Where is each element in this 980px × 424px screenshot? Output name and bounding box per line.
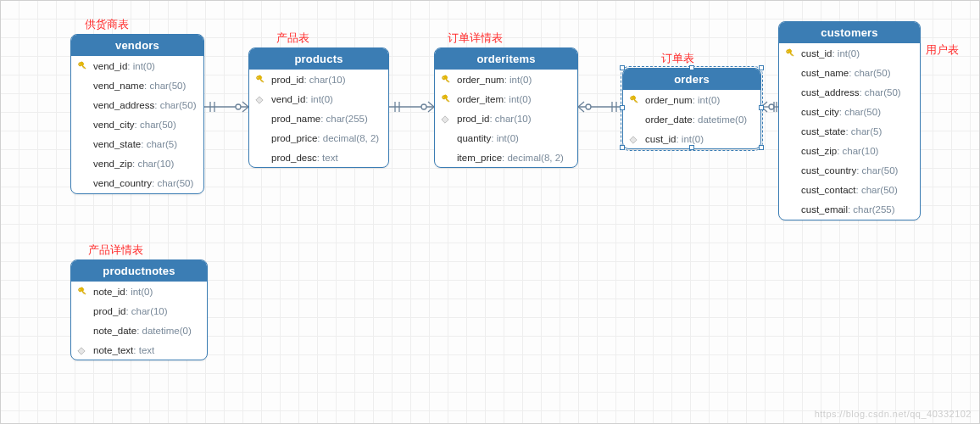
table-header: orderitems	[435, 48, 577, 70]
er-canvas[interactable]: 供货商表 产品表 订单详情表 订单表 用户表 产品详情表 vendors ven…	[0, 0, 980, 424]
column-type: char(255)	[320, 114, 368, 124]
column-type: char(50)	[859, 87, 900, 98]
diamond-icon	[629, 134, 639, 144]
resize-handle-e[interactable]	[759, 105, 764, 110]
column-row[interactable]: prod_namechar(255)	[249, 109, 388, 128]
column-name: cust_email	[801, 204, 848, 215]
column-row[interactable]: vend_addresschar(50)	[71, 95, 203, 114]
resize-handle-ne[interactable]	[759, 65, 764, 70]
column-row[interactable]: order_itemint(0)	[435, 89, 577, 109]
resize-handle-nw[interactable]	[620, 65, 625, 70]
column-name: order_num	[645, 95, 693, 105]
column-name: prod_price	[271, 133, 317, 143]
column-name: vend_id	[93, 61, 127, 71]
table-productnotes[interactable]: productnotes note_idint(0)prod_idchar(10…	[70, 259, 208, 360]
resize-handle-s[interactable]	[689, 145, 694, 150]
column-type: char(10)	[132, 159, 174, 169]
annotation-customers: 用户表	[926, 42, 959, 58]
table-header: customers	[779, 22, 920, 43]
column-row[interactable]: cust_addresschar(50)	[779, 82, 920, 102]
column-name: note_date	[93, 326, 136, 336]
column-type: datetime(0)	[136, 326, 192, 336]
table-header: products	[249, 48, 388, 70]
column-row[interactable]: item_pricedecimal(8, 2)	[435, 148, 577, 167]
column-type: char(50)	[144, 81, 186, 91]
column-row[interactable]: quantityint(0)	[435, 128, 577, 148]
column-row[interactable]: prod_idchar(10)	[249, 70, 388, 89]
column-name: order_num	[457, 75, 504, 85]
table-products[interactable]: products prod_idchar(10)vend_idint(0)pro…	[248, 47, 389, 168]
column-name: order_date	[645, 114, 693, 125]
column-row[interactable]: vend_countrychar(50)	[71, 174, 203, 193]
key-icon	[441, 94, 451, 104]
column-name: item_price	[457, 153, 502, 163]
column-row[interactable]: prod_idchar(10)	[71, 301, 207, 321]
table-orders[interactable]: orders order_numint(0)order_datedatetime…	[622, 68, 761, 149]
column-name: cust_country	[801, 165, 856, 176]
column-row[interactable]: vend_citychar(50)	[71, 114, 203, 134]
column-type: int(0)	[693, 95, 721, 105]
table-header: vendors	[71, 35, 203, 56]
column-type: char(50)	[849, 68, 890, 78]
table-body: order_numint(0)order_itemint(0)prod_idch…	[435, 70, 577, 167]
column-name: vend_state	[93, 139, 141, 149]
column-row[interactable]: note_idint(0)	[71, 282, 207, 301]
column-row[interactable]: prod_pricedecimal(8, 2)	[249, 128, 388, 148]
column-row[interactable]: note_texttext	[71, 340, 207, 360]
resize-handle-n[interactable]	[689, 65, 694, 70]
column-name: cust_name	[801, 68, 849, 78]
column-name: vend_zip	[93, 159, 132, 169]
column-row[interactable]: order_numint(0)	[623, 90, 760, 109]
column-row[interactable]: prod_desctext	[249, 148, 388, 167]
column-name: cust_zip	[801, 146, 837, 156]
table-body: cust_idint(0)cust_namechar(50)cust_addre…	[779, 43, 920, 220]
column-row[interactable]: cust_idint(0)	[779, 43, 920, 63]
table-body: order_numint(0)order_datedatetime(0)cust…	[623, 90, 760, 148]
column-type: char(50)	[839, 107, 881, 117]
annotation-products: 产品表	[276, 31, 309, 46]
column-type: char(255)	[848, 204, 895, 215]
column-row[interactable]: vend_zipchar(10)	[71, 153, 203, 173]
column-name: cust_address	[801, 87, 859, 98]
column-name: vend_id	[271, 94, 305, 104]
table-vendors[interactable]: vendors vend_idint(0)vend_namechar(50)ve…	[70, 34, 204, 194]
column-row[interactable]: vend_idint(0)	[249, 89, 388, 109]
column-type: int(0)	[305, 94, 333, 104]
column-row[interactable]: order_datedatetime(0)	[623, 109, 760, 129]
column-type: datetime(0)	[693, 114, 748, 125]
resize-handle-sw[interactable]	[620, 145, 625, 150]
column-row[interactable]: note_datedatetime(0)	[71, 321, 207, 340]
column-name: cust_id	[801, 48, 832, 59]
column-row[interactable]: vend_namechar(50)	[71, 75, 203, 95]
table-customers[interactable]: customers cust_idint(0)cust_namechar(50)…	[778, 21, 921, 220]
resize-handle-w[interactable]	[620, 105, 625, 110]
key-icon	[785, 48, 795, 59]
column-type: char(10)	[837, 146, 878, 156]
column-row[interactable]: vend_idint(0)	[71, 56, 203, 75]
column-row[interactable]: cust_namechar(50)	[779, 63, 920, 82]
column-type: char(10)	[303, 75, 345, 85]
key-icon	[629, 95, 639, 105]
column-name: vend_address	[93, 100, 154, 110]
column-row[interactable]: cust_countrychar(50)	[779, 161, 920, 181]
column-row[interactable]: cust_zipchar(10)	[779, 141, 920, 160]
column-row[interactable]: cust_contactchar(50)	[779, 181, 920, 200]
resize-handle-se[interactable]	[759, 145, 764, 150]
column-type: int(0)	[491, 133, 519, 143]
column-row[interactable]: cust_emailchar(255)	[779, 200, 920, 220]
column-name: prod_id	[271, 75, 303, 85]
annotation-vendors: 供货商表	[85, 17, 129, 32]
table-header: productnotes	[71, 260, 207, 282]
column-name: cust_state	[801, 126, 845, 137]
column-row[interactable]: order_numint(0)	[435, 70, 577, 89]
column-row[interactable]: vend_statechar(5)	[71, 134, 203, 153]
column-row[interactable]: cust_statechar(5)	[779, 121, 920, 141]
column-type: text	[133, 345, 154, 355]
table-orderitems[interactable]: orderitems order_numint(0)order_itemint(…	[434, 47, 578, 168]
column-row[interactable]: prod_idchar(10)	[435, 109, 577, 128]
annotation-orders: 订单表	[661, 51, 694, 66]
column-type: decimal(8, 2)	[502, 153, 564, 163]
table-body: note_idint(0)prod_idchar(10)note_datedat…	[71, 282, 207, 360]
annotation-productnotes: 产品详情表	[88, 243, 143, 258]
column-row[interactable]: cust_citychar(50)	[779, 102, 920, 121]
